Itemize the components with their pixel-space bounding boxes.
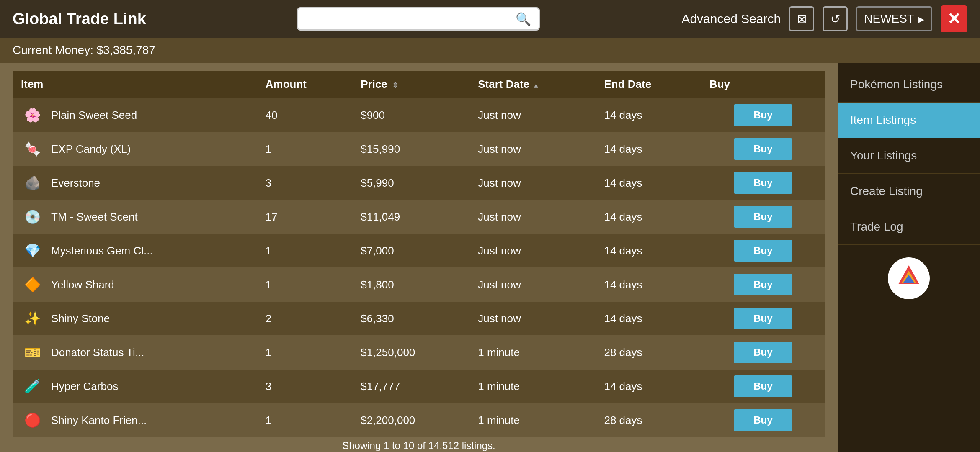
item-icon: 💎 xyxy=(21,239,44,262)
cell-buy: Buy xyxy=(701,268,825,302)
current-money-label: Current Money: $3,385,787 xyxy=(13,44,155,57)
cell-item: 🎫 Donator Status Ti... xyxy=(13,336,257,370)
refresh-icon: ↺ xyxy=(830,12,840,26)
buy-button[interactable]: Buy xyxy=(734,104,792,126)
col-item: Item xyxy=(13,71,257,98)
cell-start-date: Just now xyxy=(469,166,596,200)
cell-end-date: 14 days xyxy=(596,268,701,302)
cell-price: $17,777 xyxy=(352,370,469,403)
cell-start-date: Just now xyxy=(469,234,596,268)
buy-button[interactable]: Buy xyxy=(734,206,792,228)
cell-buy: Buy xyxy=(701,234,825,268)
cell-amount: 1 xyxy=(257,234,352,268)
table-row: 🎫 Donator Status Ti... 1 $1,250,000 1 mi… xyxy=(13,336,825,370)
item-name: TM - Sweet Scent xyxy=(51,211,138,223)
cell-price: $6,330 xyxy=(352,302,469,336)
cell-buy: Buy xyxy=(701,302,825,336)
buy-button[interactable]: Buy xyxy=(734,409,792,431)
content-area: Item Amount Price ⇕ Start Date ▴ End Dat… xyxy=(0,63,838,452)
buy-button[interactable]: Buy xyxy=(734,375,792,397)
search-icon[interactable]: 🔍 xyxy=(516,12,531,26)
right-sidebar: Pokémon ListingsItem ListingsYour Listin… xyxy=(838,63,980,452)
item-icon: 🎫 xyxy=(21,341,44,364)
cell-start-date: 1 minute xyxy=(469,370,596,403)
table-row: 🍬 EXP Candy (XL) 1 $15,990 Just now 14 d… xyxy=(13,132,825,166)
sidebar-nav-item[interactable]: Create Listing xyxy=(838,174,980,209)
item-name: Everstone xyxy=(51,177,100,190)
table-row: 🧪 Hyper Carbos 3 $17,777 1 minute 14 day… xyxy=(13,370,825,403)
search-container: 🔍 xyxy=(163,7,673,31)
sidebar-nav: Pokémon ListingsItem ListingsYour Listin… xyxy=(838,67,980,245)
buy-button[interactable]: Buy xyxy=(734,172,792,194)
cell-price: $5,990 xyxy=(352,166,469,200)
item-icon: 🧪 xyxy=(21,375,44,398)
advanced-search-button[interactable]: Advanced Search xyxy=(681,12,781,26)
cell-end-date: 28 days xyxy=(596,336,701,370)
filter-icon: ⊠ xyxy=(797,12,807,26)
col-end-date: End Date xyxy=(596,71,701,98)
item-icon: 🔴 xyxy=(21,408,44,432)
cell-amount: 1 xyxy=(257,268,352,302)
sidebar-nav-item[interactable]: Item Listings xyxy=(838,103,980,138)
buy-button[interactable]: Buy xyxy=(734,240,792,262)
cell-item: 🔴 Shiny Kanto Frien... xyxy=(13,403,257,437)
sort-arrow: ▸ xyxy=(918,12,924,26)
filter-icon-button[interactable]: ⊠ xyxy=(789,6,814,31)
cell-end-date: 14 days xyxy=(596,200,701,234)
item-icon: ✨ xyxy=(21,307,44,330)
cell-amount: 3 xyxy=(257,370,352,403)
cell-amount: 1 xyxy=(257,403,352,437)
cell-end-date: 14 days xyxy=(596,98,701,132)
item-name: Mysterious Gem Cl... xyxy=(51,244,153,257)
cell-start-date: 1 minute xyxy=(469,336,596,370)
cell-start-date: Just now xyxy=(469,200,596,234)
table-row: 💎 Mysterious Gem Cl... 1 $7,000 Just now… xyxy=(13,234,825,268)
table-body: 🌸 Plain Sweet Seed 40 $900 Just now 14 d… xyxy=(13,98,825,437)
app-title: Global Trade Link xyxy=(13,10,155,28)
buy-button[interactable]: Buy xyxy=(734,342,792,363)
item-name: Plain Sweet Seed xyxy=(51,109,137,122)
item-name: EXP Candy (XL) xyxy=(51,143,131,156)
sort-selector[interactable]: NEWEST ▸ xyxy=(856,6,932,31)
cell-end-date: 14 days xyxy=(596,302,701,336)
cell-price: $7,000 xyxy=(352,234,469,268)
search-input[interactable] xyxy=(306,13,516,26)
cell-start-date: Just now xyxy=(469,268,596,302)
showing-text: Showing 1 to 10 of 14,512 listings. xyxy=(13,437,825,452)
close-button[interactable]: ✕ xyxy=(941,5,967,32)
header: Global Trade Link 🔍 Advanced Search ⊠ ↺ … xyxy=(0,0,980,38)
logo-icon xyxy=(896,263,921,293)
item-icon: 🔶 xyxy=(21,273,44,296)
item-icon: 🍬 xyxy=(21,137,44,161)
header-right: Advanced Search ⊠ ↺ NEWEST ▸ ✕ xyxy=(681,5,967,32)
cell-item: 🪨 Everstone xyxy=(13,166,257,200)
sidebar-nav-item[interactable]: Your Listings xyxy=(838,138,980,174)
sidebar-nav-item[interactable]: Pokémon Listings xyxy=(838,67,980,103)
sidebar-nav-item[interactable]: Trade Log xyxy=(838,209,980,245)
table-row: 🔶 Yellow Shard 1 $1,800 Just now 14 days… xyxy=(13,268,825,302)
refresh-icon-button[interactable]: ↺ xyxy=(823,6,848,31)
item-icon: 🌸 xyxy=(21,103,44,127)
col-start-date[interactable]: Start Date ▴ xyxy=(469,71,596,98)
buy-button[interactable]: Buy xyxy=(734,308,792,329)
cell-start-date: Just now xyxy=(469,302,596,336)
cell-start-date: Just now xyxy=(469,132,596,166)
search-bar: 🔍 xyxy=(297,7,540,31)
col-price[interactable]: Price ⇕ xyxy=(352,71,469,98)
buy-button[interactable]: Buy xyxy=(734,274,792,295)
listings-table: Item Amount Price ⇕ Start Date ▴ End Dat… xyxy=(13,71,825,437)
cell-buy: Buy xyxy=(701,403,825,437)
cell-end-date: 14 days xyxy=(596,370,701,403)
cell-price: $900 xyxy=(352,98,469,132)
price-sort-arrow: ⇕ xyxy=(392,81,398,90)
buy-button[interactable]: Buy xyxy=(734,138,792,160)
table-row: 🔴 Shiny Kanto Frien... 1 $2,200,000 1 mi… xyxy=(13,403,825,437)
cell-item: ✨ Shiny Stone xyxy=(13,302,257,336)
cell-item: 💿 TM - Sweet Scent xyxy=(13,200,257,234)
cell-item: 🧪 Hyper Carbos xyxy=(13,370,257,403)
item-name: Hyper Carbos xyxy=(51,380,118,393)
cell-amount: 3 xyxy=(257,166,352,200)
cell-item: 💎 Mysterious Gem Cl... xyxy=(13,234,257,268)
close-icon: ✕ xyxy=(947,10,961,28)
cell-buy: Buy xyxy=(701,98,825,132)
